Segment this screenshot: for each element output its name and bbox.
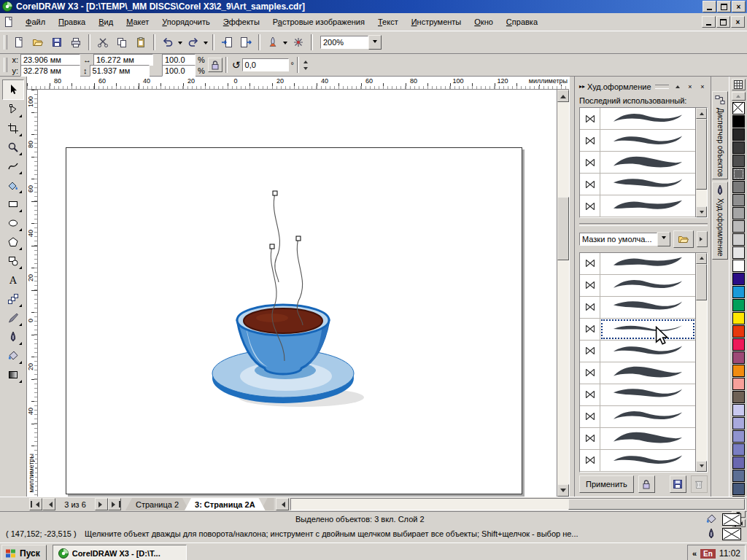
mdi-restore-button[interactable] (716, 16, 730, 28)
color-swatch[interactable] (732, 391, 745, 403)
docker-close-button[interactable]: × (685, 82, 695, 91)
cut-button[interactable] (94, 34, 112, 51)
zoom-level-value[interactable]: 200% (320, 36, 368, 49)
docker-collapse-icon[interactable]: ▸▸ (579, 83, 585, 90)
drawing-canvas[interactable] (38, 90, 557, 497)
docker-tab-artistic-media[interactable]: Худ.оформление (712, 182, 728, 260)
export-button[interactable] (237, 34, 255, 51)
interactive-fill-tool[interactable] (3, 365, 23, 384)
zoom-dropdown-button[interactable] (368, 35, 382, 50)
redo-button[interactable] (185, 34, 202, 51)
object-width-field[interactable]: 16.272 мм (93, 54, 153, 66)
stroke-item[interactable] (580, 174, 695, 195)
menu-растровые-изображения[interactable]: Растровые изображения (266, 15, 371, 28)
color-swatch[interactable] (732, 194, 745, 206)
tab-scroll-left-button[interactable] (276, 498, 289, 510)
undo-button[interactable] (159, 34, 177, 51)
save-button[interactable] (48, 34, 66, 51)
stroke-item[interactable] (580, 341, 695, 362)
import-button[interactable] (218, 34, 236, 51)
vertical-scrollbar[interactable] (557, 90, 569, 497)
docker-flyout-button[interactable] (697, 231, 708, 247)
application-launcher-button[interactable] (264, 34, 282, 51)
start-button[interactable]: Пуск (1, 545, 47, 560)
menu-справка[interactable]: Справка (500, 15, 544, 28)
zoom-level-combo[interactable]: 200% (320, 35, 382, 50)
recent-list-scrollbar[interactable] (695, 108, 707, 217)
print-button[interactable] (67, 34, 85, 51)
paste-button[interactable] (132, 34, 150, 51)
restore-button[interactable] (717, 1, 731, 12)
docker-group-close-button[interactable]: × (697, 82, 708, 91)
palette-scroll-up-button[interactable] (732, 92, 746, 101)
color-swatch[interactable] (732, 351, 745, 364)
docker-splitter[interactable] (569, 77, 575, 497)
menu-правка[interactable]: Правка (52, 15, 92, 28)
color-swatch[interactable] (732, 246, 745, 259)
fill-tool[interactable] (3, 346, 23, 365)
previous-page-button[interactable] (42, 498, 55, 510)
color-swatch[interactable] (732, 470, 745, 482)
docker-rollup-button[interactable] (673, 82, 683, 91)
no-color-swatch[interactable] (732, 102, 745, 114)
color-swatch[interactable] (732, 299, 745, 311)
copy-button[interactable] (113, 34, 131, 51)
interactive-blend-tool[interactable] (3, 289, 23, 308)
new-document-button[interactable] (10, 34, 28, 51)
object-height-field[interactable]: 51.937 мм (90, 65, 150, 77)
last-page-button[interactable] (108, 498, 121, 510)
close-button[interactable]: × (732, 1, 746, 12)
color-swatch[interactable] (732, 417, 745, 429)
color-swatch[interactable] (732, 312, 745, 324)
horizontal-ruler[interactable]: миллиметры 80604020020406080100120 (27, 77, 569, 90)
preset-scroll-up[interactable] (696, 253, 707, 264)
text-tool[interactable]: A (3, 271, 23, 289)
color-swatch[interactable] (732, 365, 745, 377)
color-swatch[interactable] (732, 168, 745, 180)
stroke-item[interactable] (580, 450, 695, 472)
next-page-button[interactable] (95, 498, 108, 510)
eyedropper-tool[interactable] (3, 308, 23, 327)
docker-tab-object-manager[interactable]: Диспетчер объектов (712, 91, 728, 179)
stroke-item[interactable] (580, 406, 695, 428)
crop-tool[interactable] (3, 119, 23, 138)
recent-scroll-up[interactable] (696, 108, 707, 119)
color-swatch[interactable] (732, 443, 745, 456)
stroke-item[interactable] (580, 108, 695, 130)
browse-button[interactable] (673, 230, 694, 248)
apply-button[interactable]: Применить (579, 475, 634, 493)
application-launcher-dropdown-arrow[interactable] (283, 42, 287, 47)
recent-scroll-thumb[interactable] (696, 119, 707, 190)
color-swatch[interactable] (732, 483, 745, 495)
color-swatch[interactable] (732, 456, 745, 469)
color-swatch[interactable] (732, 404, 745, 416)
vertical-scroll-thumb[interactable] (557, 197, 569, 260)
language-indicator[interactable]: En (700, 549, 716, 559)
color-swatch[interactable] (732, 115, 745, 128)
color-swatch[interactable] (732, 273, 745, 285)
coffee-cup-drawing[interactable] (176, 184, 365, 411)
brush-preset-dropdown-button[interactable] (657, 232, 670, 246)
delete-stroke-button[interactable] (691, 475, 708, 493)
lock-button[interactable] (638, 475, 655, 493)
mdi-close-button[interactable]: × (731, 16, 745, 28)
palette-menu-button[interactable] (732, 79, 746, 90)
stroke-item[interactable] (580, 152, 695, 174)
open-button[interactable] (29, 34, 47, 51)
color-swatch[interactable] (732, 220, 745, 233)
menu-вид[interactable]: Вид (92, 15, 120, 28)
color-swatch[interactable] (732, 155, 745, 167)
first-page-button[interactable] (29, 498, 42, 510)
color-swatch[interactable] (732, 181, 745, 193)
recent-scroll-down[interactable] (696, 206, 707, 217)
menu-файл[interactable]: Файл (19, 15, 52, 28)
color-swatch[interactable] (732, 325, 745, 338)
preset-scroll-thumb[interactable] (696, 264, 707, 300)
preset-list-scrollbar[interactable] (695, 253, 707, 472)
scroll-up-button[interactable] (557, 90, 569, 102)
stroke-item[interactable] (580, 362, 695, 384)
menu-эффекты[interactable]: Эффекты (217, 15, 266, 28)
color-swatch[interactable] (732, 141, 745, 154)
horizontal-scrollbar[interactable] (290, 498, 746, 510)
outline-pen-tool[interactable] (3, 327, 23, 346)
